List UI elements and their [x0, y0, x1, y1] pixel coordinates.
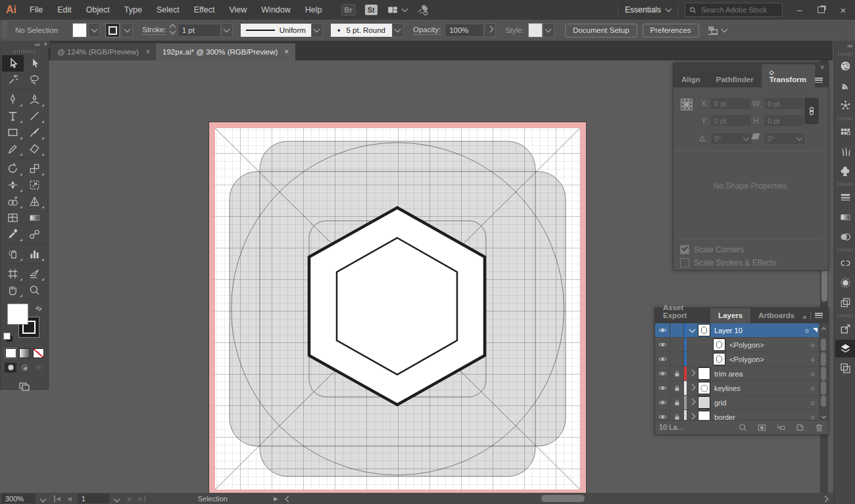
lock-toggle[interactable]	[670, 367, 684, 380]
cc-libraries-panel-icon[interactable]	[835, 254, 855, 272]
rectangle-tool[interactable]	[2, 124, 24, 141]
line-segment-tool[interactable]	[24, 108, 45, 124]
panel-gripper[interactable]	[13, 50, 36, 53]
document-tab-inactive[interactable]: @ 124% (RGB/Preview)×	[51, 43, 157, 60]
delete-selection-button[interactable]	[814, 423, 824, 432]
zoom-level-field[interactable]: 300%	[1, 493, 36, 503]
symbol-sprayer-tool[interactable]	[2, 246, 24, 262]
stroke-weight-dropdown[interactable]	[221, 23, 233, 37]
locate-object-button[interactable]	[738, 423, 748, 432]
layer-name[interactable]: <Polygon>	[729, 341, 764, 349]
status-menu-arrow[interactable]: ▶	[274, 495, 278, 502]
zoom-tool[interactable]	[24, 282, 45, 298]
layer-name[interactable]: border	[714, 413, 735, 421]
symbols-panel-icon[interactable]	[835, 162, 855, 180]
last-page-button[interactable]: ▶	[135, 495, 149, 502]
rotate-field[interactable]: 0°	[710, 132, 752, 145]
panel-menu-icon[interactable]	[815, 313, 823, 318]
mesh-tool[interactable]	[2, 210, 24, 226]
eyedropper-tool[interactable]	[2, 226, 24, 242]
visibility-toggle[interactable]	[655, 323, 670, 337]
layers-scrollbar[interactable]	[819, 338, 828, 352]
opacity-popup-arrow[interactable]	[484, 23, 496, 37]
target-circle[interactable]: ○	[810, 370, 815, 378]
adobe-stock-search[interactable]	[685, 3, 783, 17]
layers-panel-icon[interactable]	[835, 340, 855, 357]
target-circle[interactable]: ○	[810, 355, 815, 363]
document-tab-active[interactable]: 192px.ai* @ 300% (RGB/Preview)×	[156, 43, 295, 60]
layer-name[interactable]: keylines	[714, 384, 741, 392]
preferences-button[interactable]: Preferences	[643, 24, 699, 37]
scroll-left-arrow[interactable]	[286, 495, 291, 503]
layer-row[interactable]: <Polygon> ○	[655, 352, 828, 367]
tab-transform[interactable]: ◇ Transform	[762, 64, 815, 87]
tab-asset-export[interactable]: Asset Export	[655, 300, 710, 323]
draw-inside-mode-button[interactable]	[32, 363, 44, 373]
tab-close-icon[interactable]: ×	[284, 47, 289, 57]
visibility-toggle[interactable]	[655, 338, 670, 352]
target-circle[interactable]: ○	[810, 341, 815, 349]
layer-thumbnail[interactable]	[698, 382, 710, 394]
layer-thumbnail[interactable]	[713, 353, 725, 365]
stroke-weight-field[interactable]: 1 pt	[178, 24, 221, 37]
tab-close-icon[interactable]: ×	[145, 47, 150, 57]
shape-builder-tool[interactable]	[2, 193, 24, 210]
new-layer-button[interactable]	[795, 423, 805, 432]
menu-edit[interactable]: Edit	[50, 5, 79, 14]
lock-toggle[interactable]	[670, 323, 684, 337]
color-themes-icon[interactable]	[835, 97, 855, 114]
lock-toggle[interactable]	[670, 381, 684, 395]
gradient-button[interactable]	[19, 348, 30, 358]
layer-name[interactable]: trim area	[714, 370, 743, 378]
layers-scrollbar[interactable]	[819, 352, 828, 366]
brush-definition-dropdown[interactable]	[392, 23, 404, 37]
panel-gripper[interactable]	[3, 22, 7, 39]
blend-tool[interactable]	[24, 226, 45, 242]
graphic-style-swatch[interactable]	[528, 23, 543, 37]
tab-align[interactable]: Align	[673, 72, 708, 87]
rotate-tool[interactable]	[2, 160, 24, 177]
window-restore-button[interactable]	[810, 7, 831, 13]
menu-window[interactable]: Window	[254, 5, 297, 14]
fill-color-swatch[interactable]	[72, 23, 87, 37]
scale-corners-checkbox[interactable]: Scale Corners	[680, 245, 744, 254]
layer-row[interactable]: trim area ○	[655, 367, 828, 381]
shaper-tool[interactable]	[2, 141, 24, 157]
layer-thumbnail[interactable]	[698, 367, 710, 380]
canvas-horizontal-scrollbar[interactable]	[295, 494, 819, 503]
reference-point-locator[interactable]	[679, 97, 694, 112]
layer-row[interactable]: keylines ○	[655, 381, 828, 396]
selection-tool[interactable]	[2, 55, 24, 72]
expand-dock-icon[interactable]: ««	[835, 41, 855, 51]
panel-menu-icon[interactable]	[815, 78, 823, 83]
layers-scrollbar[interactable]	[819, 367, 828, 380]
stroke-color-dropdown[interactable]	[121, 23, 133, 37]
target-circle[interactable]: ○	[804, 327, 809, 334]
free-transform-tool[interactable]	[24, 177, 45, 193]
expand-panel-icon[interactable]: »	[802, 313, 806, 321]
expand-layer-chevron[interactable]	[687, 381, 698, 395]
layer-name[interactable]: grid	[714, 399, 726, 407]
lock-toggle[interactable]	[670, 338, 684, 352]
artboard-number-field[interactable]: 1	[78, 493, 109, 503]
layer-row[interactable]: <Polygon> ○	[655, 338, 828, 352]
tab-pathfinder[interactable]: Pathfinder	[708, 72, 762, 87]
layer-thumbnail[interactable]	[698, 324, 710, 336]
hand-tool[interactable]	[2, 282, 24, 298]
scale-tool[interactable]	[24, 160, 45, 177]
bridge-button[interactable]: Br	[341, 4, 356, 16]
menu-file[interactable]: File	[22, 5, 50, 14]
opacity-panel-link[interactable]: Opacity:	[413, 26, 441, 35]
document-setup-button[interactable]: Document Setup	[565, 24, 637, 37]
gpu-performance-icon[interactable]	[416, 3, 429, 16]
stock-button[interactable]: St	[365, 5, 378, 15]
draw-normal-mode-button[interactable]	[5, 363, 16, 373]
draw-behind-mode-button[interactable]	[18, 363, 30, 373]
layer-thumbnail[interactable]	[698, 411, 710, 420]
type-tool[interactable]	[2, 108, 24, 124]
expand-layer-chevron[interactable]	[687, 396, 698, 409]
layers-scrollbar[interactable]	[819, 381, 828, 395]
window-close-button[interactable]: ×	[831, 5, 855, 16]
close-panel-icon[interactable]: ×	[820, 64, 824, 71]
color-button[interactable]	[5, 348, 16, 358]
